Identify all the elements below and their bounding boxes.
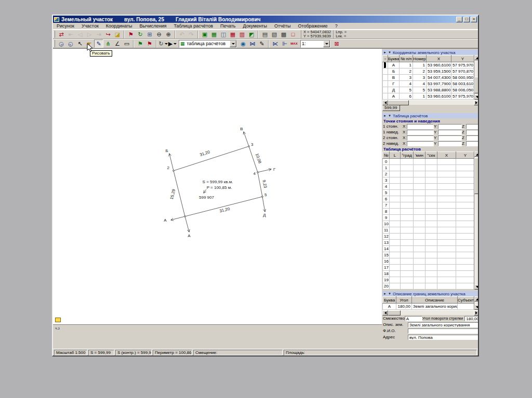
scroll-up-icon[interactable]	[474, 152, 478, 157]
calc-cell[interactable]	[414, 177, 425, 184]
calc-cell[interactable]	[437, 165, 456, 171]
scroll-thumb[interactable]	[388, 310, 401, 315]
toolbar-grip[interactable]	[54, 31, 55, 38]
calc-cell[interactable]	[390, 271, 401, 277]
coordinate-cell[interactable]: 6	[400, 93, 413, 100]
refresh-icon[interactable]: ↻	[136, 30, 145, 38]
calc-row-number[interactable]: 3	[383, 177, 390, 184]
calc-row-number[interactable]: 13	[383, 240, 390, 246]
col-letter[interactable]: Буква	[388, 56, 400, 62]
calc-cell[interactable]	[425, 221, 437, 227]
calc-cell[interactable]	[425, 202, 437, 209]
calc-cell[interactable]	[425, 227, 437, 234]
open-project-icon[interactable]: ◪	[113, 30, 122, 38]
calc-cell[interactable]	[414, 184, 425, 190]
calc-row-number[interactable]: 5	[383, 190, 390, 196]
calc-row-number[interactable]: 4	[383, 184, 390, 190]
calc-cell[interactable]	[401, 171, 414, 177]
panel-collapse-icon[interactable]: ►	[383, 51, 387, 54]
calc-cell[interactable]	[456, 221, 475, 227]
calc-cell[interactable]	[425, 196, 437, 202]
coordinates-panel-header[interactable]: ► ▼ Координаты земельного участка	[382, 50, 478, 55]
col-l[interactable]: L	[390, 152, 401, 159]
calc-row-number[interactable]: 9	[383, 215, 390, 221]
panel-menu-icon[interactable]: ▼	[388, 51, 391, 54]
scroll-right-icon[interactable]	[474, 310, 478, 315]
calc-row-number[interactable]: 19	[383, 277, 390, 283]
calc-cell[interactable]	[401, 265, 414, 271]
panel-collapse-icon[interactable]: ►	[383, 292, 387, 295]
coordinate-cell[interactable]: 4	[400, 81, 413, 87]
child-window-icon[interactable]: ⊞	[145, 30, 154, 38]
scroll-thumb[interactable]	[474, 77, 478, 93]
calc-cell[interactable]	[456, 215, 475, 221]
calc-cell[interactable]	[414, 196, 425, 202]
calc-cell[interactable]	[390, 209, 401, 215]
calc-cell[interactable]	[414, 171, 425, 177]
calc-vscrollbar[interactable]	[474, 152, 478, 290]
print-icon[interactable]: ▩	[279, 30, 288, 38]
calc-cell[interactable]	[425, 177, 437, 184]
calc-cell[interactable]	[425, 246, 437, 252]
calc-row-number[interactable]: 8	[383, 209, 390, 215]
calc-cell[interactable]	[425, 240, 437, 246]
calc-cell[interactable]	[414, 271, 425, 277]
calc-row-number[interactable]: 16	[383, 258, 390, 265]
calc-cell[interactable]	[456, 159, 475, 165]
panel-menu-icon[interactable]: ▼	[388, 292, 391, 295]
calc-cell[interactable]	[456, 227, 475, 234]
redo-icon[interactable]: ↷	[187, 30, 196, 38]
border-row-angle[interactable]: 180,00	[396, 304, 412, 310]
calc-cell[interactable]	[437, 277, 456, 283]
apply-window-icon[interactable]: ◫	[219, 30, 228, 38]
calc-cell[interactable]	[425, 277, 437, 283]
station-point-field[interactable]	[407, 135, 434, 141]
calc-cell[interactable]	[456, 165, 475, 171]
calc-cell[interactable]	[401, 184, 414, 190]
coordinate-cell[interactable]: 53 959,1500	[427, 68, 451, 75]
coordinate-cell[interactable]: В	[388, 75, 400, 81]
calc-cell[interactable]	[414, 227, 425, 234]
calc-row-number[interactable]: 1	[383, 165, 390, 171]
coordinate-cell[interactable]: 3	[400, 75, 413, 81]
calc-cell[interactable]	[401, 277, 414, 283]
station-point-field[interactable]	[438, 135, 462, 141]
calc-cell[interactable]	[414, 234, 425, 240]
col-sec[interactable]: "сек	[425, 152, 437, 159]
zoom-in-icon[interactable]: ⊕	[164, 30, 173, 38]
borders-vscrollbar[interactable]	[474, 296, 478, 310]
calc-cell[interactable]	[401, 234, 414, 240]
calc-cell[interactable]	[390, 202, 401, 209]
menu-item-8[interactable]: Отображение	[294, 23, 331, 29]
border-row-letter[interactable]: А	[383, 304, 396, 310]
coordinate-cell[interactable]: 53 988,8800	[427, 87, 451, 93]
prev-record-icon[interactable]: ◁	[75, 30, 85, 38]
title-bar[interactable]: Земельный участок вул. Попова, 25 Гладки…	[53, 16, 478, 23]
calc-cell[interactable]	[437, 215, 456, 221]
adjacency-field[interactable]: А	[405, 316, 422, 321]
coordinate-cell[interactable]: А	[388, 62, 400, 68]
calc-row-number[interactable]: 12	[383, 234, 390, 240]
coordinate-cell[interactable]: 2	[413, 68, 427, 75]
calc-cell[interactable]	[390, 184, 401, 190]
calc-cell[interactable]	[437, 221, 456, 227]
scroll-left-icon[interactable]	[382, 100, 388, 105]
calc-cell[interactable]	[414, 258, 425, 265]
snap-icon[interactable]: ⋉	[271, 39, 280, 48]
scroll-down-icon[interactable]	[474, 284, 478, 290]
menu-item-4[interactable]: Таблица расчётов	[170, 23, 217, 29]
open-table-icon[interactable]: ◩	[247, 30, 256, 38]
menu-item-6[interactable]: Документы	[240, 23, 271, 29]
calc-cell[interactable]	[425, 171, 437, 177]
panel-collapse-icon[interactable]: ►	[383, 114, 387, 117]
col-y[interactable]: Y	[451, 56, 474, 62]
calc-cell[interactable]	[425, 165, 437, 171]
address-field[interactable]: вул. Попова	[408, 335, 478, 340]
calc-cell[interactable]	[437, 265, 456, 271]
calc-cell[interactable]	[437, 159, 456, 165]
layers-combo-dropdown-icon[interactable]	[230, 40, 236, 47]
calc-cell[interactable]	[437, 202, 456, 209]
calc-cell[interactable]	[390, 258, 401, 265]
coordinate-cell[interactable]: 53 960,6100	[427, 93, 451, 100]
coordinates-vscrollbar[interactable]	[474, 55, 478, 100]
